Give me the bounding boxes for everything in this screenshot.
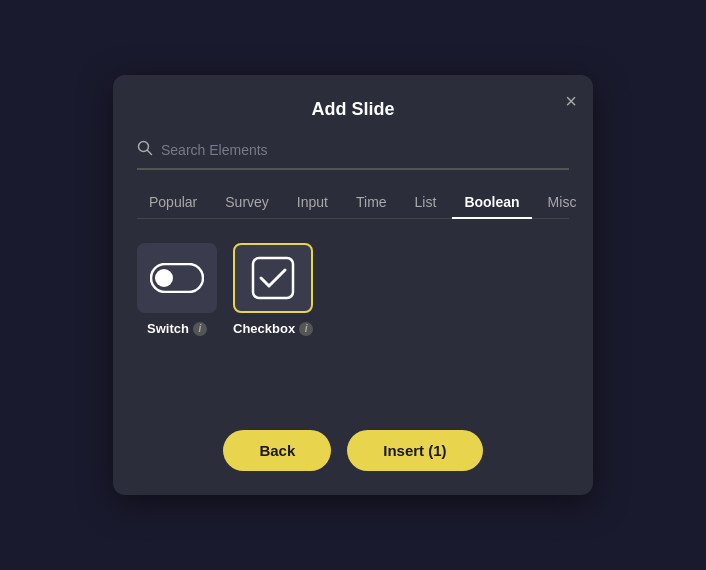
- elements-grid: Switchi Checkboxi: [137, 243, 569, 382]
- search-icon: [137, 140, 153, 160]
- tab-time[interactable]: Time: [344, 186, 399, 218]
- tab-list[interactable]: List: [403, 186, 449, 218]
- close-button[interactable]: ×: [565, 91, 577, 111]
- tab-input[interactable]: Input: [285, 186, 340, 218]
- tab-popular[interactable]: Popular: [137, 186, 209, 218]
- element-icon-switch: [137, 243, 217, 313]
- search-input[interactable]: [161, 142, 569, 158]
- tab-boolean[interactable]: Boolean: [452, 186, 531, 218]
- add-slide-modal: × Add Slide PopularSurveyInputTimeListBo…: [113, 75, 593, 495]
- info-icon-switch[interactable]: i: [193, 322, 207, 336]
- element-item-checkbox[interactable]: Checkboxi: [233, 243, 313, 382]
- tabs-bar: PopularSurveyInputTimeListBooleanMisc: [137, 186, 569, 219]
- element-item-switch[interactable]: Switchi: [137, 243, 217, 382]
- svg-line-1: [148, 151, 152, 155]
- info-icon-checkbox[interactable]: i: [299, 322, 313, 336]
- svg-rect-4: [253, 258, 293, 298]
- insert-button[interactable]: Insert (1): [347, 430, 482, 471]
- svg-point-3: [155, 269, 173, 287]
- tab-survey[interactable]: Survey: [213, 186, 281, 218]
- back-button[interactable]: Back: [223, 430, 331, 471]
- footer: Back Insert (1): [137, 414, 569, 471]
- modal-title: Add Slide: [137, 99, 569, 120]
- element-label-checkbox: Checkboxi: [233, 321, 313, 336]
- tab-misc[interactable]: Misc: [536, 186, 589, 218]
- element-icon-checkbox: [233, 243, 313, 313]
- search-bar: [137, 140, 569, 170]
- element-label-switch: Switchi: [147, 321, 207, 336]
